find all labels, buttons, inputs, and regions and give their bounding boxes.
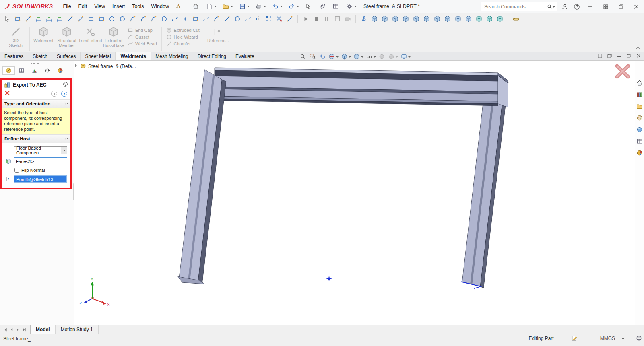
centerpoint-arc-icon[interactable] (128, 14, 137, 23)
extend-entities-icon[interactable] (285, 14, 294, 23)
options-button[interactable] (345, 2, 354, 11)
restore-button[interactable] (615, 2, 627, 12)
extruded-boss-base-button[interactable]: Extruded Boss/Base (102, 25, 125, 52)
window-layout-button[interactable] (600, 2, 612, 12)
host-type-dropdown[interactable]: Floor Based Componen (14, 146, 67, 154)
configuration-manager-tab[interactable] (15, 66, 28, 75)
three-point-arc-icon[interactable] (149, 14, 158, 23)
dimxpert-manager-tab[interactable] (28, 66, 41, 75)
define-host-section-header[interactable]: Define Host (2, 134, 70, 143)
view-orientation-icon[interactable] (340, 53, 348, 60)
display-manager-tab[interactable] (41, 66, 54, 75)
weldment-button[interactable]: Weldment (32, 25, 55, 52)
login-button[interactable] (560, 2, 569, 11)
property-manager-tab[interactable] (2, 66, 15, 75)
undo-dropdown-caret[interactable] (280, 6, 283, 8)
viewport-single-icon[interactable] (474, 14, 483, 23)
view-orientation-caret[interactable] (349, 56, 351, 59)
trim-entities-icon[interactable] (275, 14, 284, 23)
flyout-feature-tree[interactable]: Steel frame_& (Defa... (80, 63, 136, 69)
options-dropdown-caret[interactable] (354, 6, 357, 8)
ellipse-icon[interactable] (159, 14, 169, 23)
view-settings-caret[interactable] (408, 56, 411, 59)
section-view-caret[interactable] (336, 56, 339, 59)
extruded-cut-button[interactable]: Extruded Cut (166, 27, 200, 33)
display-style-icon[interactable] (353, 53, 361, 60)
record-video-icon[interactable] (343, 14, 352, 23)
tab-mesh-modeling[interactable]: Mesh Modeling (151, 52, 193, 60)
open-button[interactable] (221, 2, 230, 11)
tab-surfaces[interactable]: Surfaces (52, 52, 80, 60)
zoom-to-fit-icon[interactable] (299, 53, 307, 60)
units-label[interactable]: MMGS (600, 336, 615, 341)
viewport-four-icon[interactable] (495, 14, 504, 23)
new-dropdown-caret[interactable] (214, 6, 217, 8)
previous-view-icon[interactable] (318, 53, 326, 60)
graphics-area[interactable]: Y X Z Steel frame_& (Defa... (74, 61, 635, 325)
dropdown-button[interactable] (61, 147, 67, 154)
sketch-fillet-icon[interactable] (212, 14, 221, 23)
menu-insert[interactable]: Insert (109, 2, 128, 11)
model-tab[interactable]: Model (30, 325, 56, 334)
doc-minimize-icon[interactable] (617, 54, 621, 59)
redo-dropdown-caret[interactable] (297, 6, 299, 8)
structural-member-button[interactable]: Structural Member (55, 25, 78, 52)
play-icon[interactable] (301, 14, 310, 23)
menu-file[interactable]: File (59, 2, 74, 11)
motion-study-tab[interactable]: Motion Study 1 (56, 325, 99, 334)
search-dropdown-caret[interactable] (553, 6, 555, 9)
design-library-icon[interactable] (636, 91, 643, 98)
zoom-to-area-icon[interactable] (308, 53, 316, 60)
help-button[interactable] (572, 2, 581, 11)
redo-button[interactable] (287, 2, 296, 11)
menu-view[interactable]: View (91, 2, 109, 11)
bottom-view-icon[interactable] (422, 14, 431, 23)
network-globe-icon[interactable] (636, 335, 642, 341)
reference-geometry-button[interactable]: Referenc... (206, 25, 230, 52)
save-dropdown-caret[interactable] (247, 6, 250, 8)
left-view-icon[interactable] (390, 14, 400, 23)
line-icon[interactable] (65, 14, 74, 23)
spline-icon[interactable] (170, 14, 179, 23)
end-cap-button[interactable]: End Cap (128, 27, 157, 33)
menu-window[interactable]: Window (147, 2, 172, 11)
hole-wizard-button[interactable]: Hole Wizard (166, 34, 200, 40)
apply-scene-icon[interactable] (387, 53, 395, 60)
doc-split-icon[interactable] (598, 54, 602, 59)
selection-filter-icon[interactable] (13, 14, 22, 23)
feature-tree-flyout-arrow[interactable] (75, 64, 78, 67)
menu-tools[interactable]: Tools (128, 2, 147, 11)
custom-properties-icon[interactable] (636, 138, 643, 145)
apply-scene-caret[interactable] (396, 56, 398, 59)
print-button[interactable] (254, 2, 263, 11)
chamfer-button[interactable]: Chamfer (166, 41, 200, 47)
tangent-arc-icon[interactable] (138, 14, 148, 23)
gusset-button[interactable]: Gusset (128, 34, 157, 40)
doc-restore-icon[interactable] (627, 54, 631, 59)
circle-icon[interactable] (107, 14, 116, 23)
units-caret-icon[interactable] (621, 336, 625, 339)
first-tab-icon[interactable] (3, 328, 7, 332)
close-button[interactable] (630, 2, 642, 12)
tab-sheet-metal[interactable]: Sheet Metal (80, 52, 116, 60)
menu-edit[interactable]: Edit (75, 2, 91, 11)
doc-new-window-icon[interactable] (607, 54, 612, 59)
panel-help-button[interactable] (63, 82, 68, 88)
pin-menu-icon[interactable] (173, 2, 182, 11)
select-icon[interactable] (2, 14, 12, 23)
point-icon[interactable] (180, 14, 190, 23)
cancel-button[interactable] (5, 91, 10, 97)
appearances-scenes-icon[interactable] (636, 126, 643, 133)
next-page-button[interactable] (61, 91, 67, 97)
center-rectangle-icon[interactable] (97, 14, 106, 23)
forum-icon[interactable] (636, 149, 643, 157)
flip-normal-checkbox[interactable] (14, 168, 19, 173)
offset-entities-icon[interactable] (233, 14, 242, 23)
home-button[interactable] (191, 2, 200, 11)
perimeter-circle-icon[interactable] (118, 14, 127, 23)
measure-icon[interactable] (511, 14, 520, 23)
save-button[interactable] (238, 2, 247, 11)
anchor-icon[interactable] (359, 14, 368, 23)
normal-to-icon[interactable] (464, 14, 473, 23)
file-explorer-icon[interactable] (636, 103, 643, 110)
